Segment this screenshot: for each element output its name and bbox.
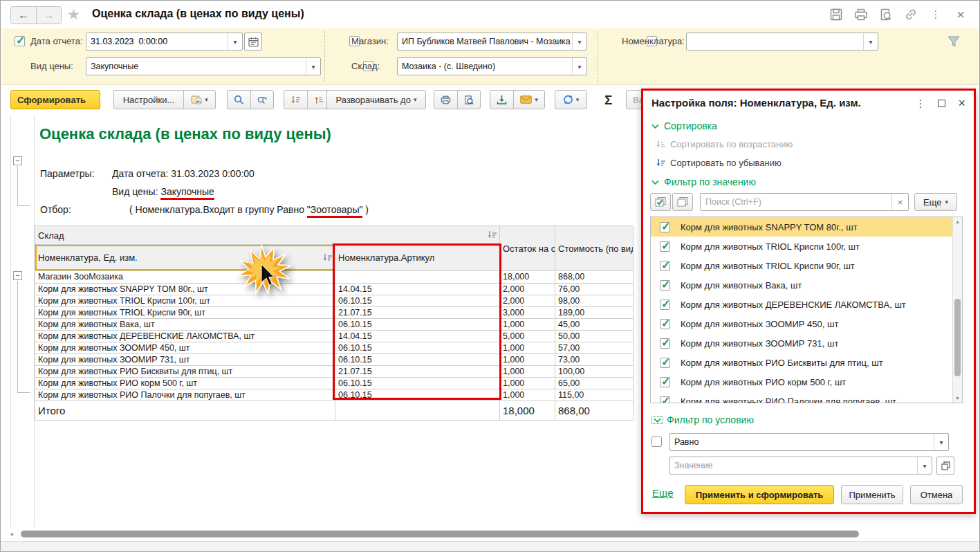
- report-date-checkbox[interactable]: [15, 36, 25, 46]
- search-button[interactable]: [228, 91, 250, 109]
- chevron-focus-box[interactable]: [651, 416, 663, 424]
- list-scrollbar[interactable]: ▴ ▾: [952, 217, 962, 403]
- item-checkbox[interactable]: [660, 300, 670, 310]
- forward-button[interactable]: →: [36, 7, 61, 24]
- table-row[interactable]: Корм для животных SNAPPY TOM 80г., шт14.…: [35, 284, 634, 295]
- preview-button[interactable]: [457, 91, 480, 109]
- column-header-nomenclature[interactable]: Номенклатура, Ед. изм.: [35, 245, 335, 271]
- store-dropdown-icon[interactable]: [572, 33, 586, 50]
- group-qty-cell[interactable]: 18,000: [500, 271, 555, 284]
- list-item[interactable]: Корм для животных РИО Бисквиты для птиц,…: [651, 353, 962, 372]
- item-checkbox[interactable]: [660, 319, 670, 329]
- list-item[interactable]: Корм для животных SNAPPY TOM 80г., шт: [651, 217, 962, 237]
- panel-more-link[interactable]: Еще: [652, 487, 674, 499]
- group-name-cell[interactable]: Магазин ЗооМозаика: [35, 271, 335, 284]
- condition-value-field[interactable]: Значение: [669, 457, 932, 475]
- condition-checkbox[interactable]: [651, 436, 662, 447]
- print-icon[interactable]: [853, 7, 869, 22]
- collapse-group-button[interactable]: −: [13, 156, 22, 165]
- item-checkbox[interactable]: [660, 241, 670, 252]
- sort-descending-item[interactable]: Сортировать по убыванию: [656, 158, 782, 168]
- generate-button[interactable]: Сформировать: [10, 90, 100, 109]
- filter-value-section-header[interactable]: Фильтр по значению: [651, 176, 756, 187]
- list-scrollbar-thumb[interactable]: [954, 299, 961, 376]
- warehouse-dropdown-icon[interactable]: [572, 58, 586, 75]
- horizontal-scrollbar[interactable]: ◂: [1, 528, 977, 540]
- refresh-button[interactable]: ▾: [555, 90, 587, 109]
- link-icon[interactable]: [903, 7, 918, 22]
- filter-condition-section-header[interactable]: Фильтр по условию: [651, 414, 754, 425]
- sort-descending-button[interactable]: [284, 91, 307, 109]
- table-row[interactable]: Корм для животных ЗООМИР 731, шт06.10.15…: [35, 354, 634, 366]
- price-type-combo[interactable]: Закупочные: [86, 57, 321, 75]
- check-all-button[interactable]: [650, 193, 671, 211]
- search-next-button[interactable]: [250, 91, 273, 109]
- collapse-group-button[interactable]: −: [13, 271, 22, 280]
- store-combo[interactable]: ИП Бубликов Матвей Павлович - Мозаика: [397, 33, 587, 50]
- report-date-input[interactable]: [86, 37, 228, 46]
- apply-and-generate-button[interactable]: Применить и сформировать: [685, 485, 834, 504]
- choose-value-button[interactable]: [936, 457, 954, 475]
- item-checkbox[interactable]: [660, 338, 670, 349]
- clear-search-icon[interactable]: ×: [891, 194, 908, 210]
- item-checkbox[interactable]: [660, 358, 670, 368]
- scroll-up-icon[interactable]: ▴: [953, 219, 962, 225]
- close-window-icon[interactable]: ×: [953, 7, 968, 22]
- save-icon[interactable]: [829, 7, 844, 22]
- column-header-article[interactable]: Номенклатура.Артикул: [335, 245, 500, 271]
- calendar-button[interactable]: [244, 33, 262, 50]
- filter-funnel-icon[interactable]: [947, 35, 961, 51]
- date-dropdown-icon[interactable]: [228, 33, 242, 50]
- item-checkbox[interactable]: [660, 222, 670, 232]
- table-row[interactable]: Корм для животных РИО корм 500 г, шт06.1…: [35, 378, 634, 389]
- horizontal-scrollbar-thumb[interactable]: [21, 531, 859, 537]
- table-total-row[interactable]: Итого 18,000 868,00: [35, 401, 634, 421]
- group-cost-cell[interactable]: 868,00: [555, 271, 634, 284]
- list-item[interactable]: Корм для животных TRIOL Криспи 100г, шт: [651, 237, 962, 256]
- table-row[interactable]: Корм для животных ЗООМИР 450, шт06.10.15…: [35, 342, 634, 354]
- table-row[interactable]: Корм для животных Вака, шт06.10.151,0004…: [35, 319, 634, 331]
- list-item[interactable]: Корм для животных ЗООМИР 731, шт: [651, 333, 962, 353]
- list-item[interactable]: Корм для животных ДЕРЕВЕНСКИЕ ЛАКОМСТВА,…: [651, 295, 962, 314]
- column-header-sklad[interactable]: Склад: [35, 226, 500, 245]
- favorite-star-icon[interactable]: ★: [67, 6, 80, 23]
- more-menu-icon[interactable]: ⋮: [928, 7, 943, 22]
- table-row[interactable]: Корм для животных TRIOL Криспи 100г, шт0…: [35, 295, 634, 307]
- item-checkbox[interactable]: [660, 280, 670, 291]
- price-type-dropdown-icon[interactable]: [306, 58, 320, 75]
- table-row[interactable]: Корм для животных ДЕРЕВЕНСКИЕ ЛАКОМСТВА,…: [35, 331, 634, 342]
- list-item[interactable]: Корм для животных Вака, шт: [651, 275, 962, 295]
- table-row[interactable]: Корм для животных РИО Палочки для попуга…: [35, 389, 634, 401]
- panel-more-icon[interactable]: ⋮: [915, 98, 925, 110]
- sort-icon[interactable]: [322, 253, 333, 264]
- scroll-left-icon[interactable]: ◂: [10, 530, 13, 537]
- item-checkbox[interactable]: [660, 396, 670, 404]
- condition-dropdown-icon[interactable]: [934, 434, 948, 450]
- print-preview-icon[interactable]: [878, 7, 894, 22]
- group-article-cell[interactable]: [335, 271, 500, 284]
- list-more-button[interactable]: Еще ▾: [914, 193, 957, 211]
- apply-button[interactable]: Применить: [841, 485, 903, 504]
- column-header-cost[interactable]: Стоимость (по виду цены): [555, 226, 634, 271]
- scroll-down-icon[interactable]: ▾: [953, 395, 962, 401]
- uncheck-all-button[interactable]: [672, 193, 693, 211]
- report-variants-button[interactable]: ▾: [183, 91, 215, 109]
- save-result-button[interactable]: [490, 91, 513, 109]
- send-email-button[interactable]: ▾: [513, 91, 544, 109]
- table-group-row[interactable]: Магазин ЗооМозаика 18,000 868,00: [35, 271, 634, 284]
- table-row[interactable]: Корм для животных TRIOL Криспи 90г, шт21…: [35, 307, 634, 319]
- sum-sigma-icon[interactable]: Σ: [604, 93, 612, 108]
- print-button[interactable]: [434, 91, 457, 109]
- cancel-button[interactable]: Отмена: [910, 485, 963, 504]
- value-dropdown-icon[interactable]: [917, 457, 932, 474]
- nomenclature-combo[interactable]: [686, 33, 878, 50]
- condition-combo[interactable]: Равно: [669, 433, 949, 451]
- list-item[interactable]: Корм для животных ЗООМИР 450, шт: [651, 314, 962, 333]
- item-checkbox[interactable]: [660, 261, 670, 271]
- sort-section-header[interactable]: Сортировка: [651, 120, 717, 131]
- value-search-input[interactable]: [701, 194, 891, 210]
- sort-icon[interactable]: [487, 230, 497, 241]
- sort-ascending-item[interactable]: Сортировать по возрастанию: [656, 139, 793, 149]
- back-button[interactable]: ←: [11, 7, 36, 24]
- expand-to-button[interactable]: Разворачивать до▾: [326, 90, 426, 109]
